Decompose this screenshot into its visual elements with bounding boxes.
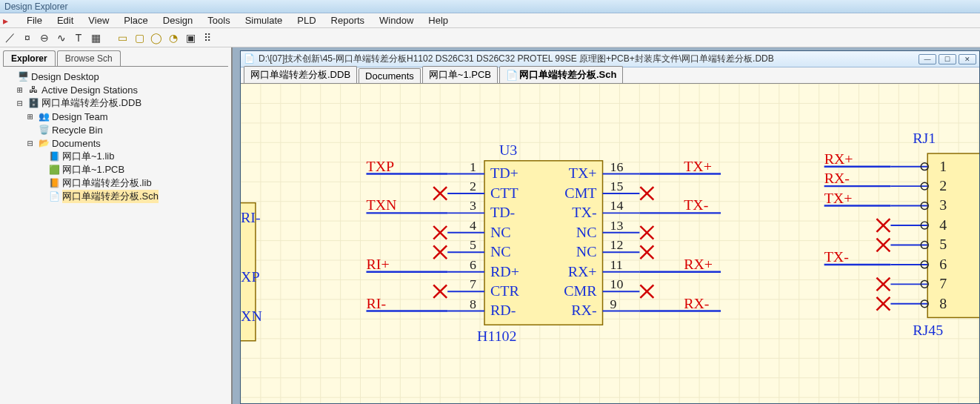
explorer-panel: Explorer Browse Sch 🖥️Design Desktop ⊞🖧A… — [0, 47, 233, 404]
svg-text:RI-: RI- — [366, 295, 386, 311]
svg-text:CMT: CMT — [564, 185, 596, 201]
app-icon: ▸ — [3, 15, 15, 27]
menu-window[interactable]: Window — [372, 13, 421, 27]
svg-text:NC: NC — [576, 224, 597, 240]
svg-text:RX-: RX- — [571, 302, 596, 319]
tree-recycle[interactable]: 🗑️Recycle Bin — [4, 123, 227, 136]
pcb-icon: 🟩 — [48, 164, 60, 176]
station-icon: 🖧 — [27, 84, 39, 96]
doc-title-bar[interactable]: 📄 D:\[07]技术创新\45-网口单端转差分板H1102 DS26C31 D… — [241, 51, 979, 67]
svg-text:6: 6 — [470, 257, 476, 272]
tree-doc-pcb[interactable]: 🟩网口单~1.PCB — [4, 163, 227, 176]
sch-tab-icon: 📄 — [506, 70, 516, 80]
minimize-button[interactable]: — — [919, 54, 936, 64]
schematic-canvas[interactable]: RI-XPXNU3H11021TD+TXP2CTT3TD-TXN4NC5NC6R… — [241, 84, 979, 403]
menu-edit[interactable]: Edit — [50, 13, 81, 27]
svg-text:RD+: RD+ — [490, 263, 519, 279]
doc-tab-ddb[interactable]: 网口单端转差分板.DDB — [244, 66, 357, 83]
menu-view[interactable]: View — [81, 13, 116, 27]
close-button[interactable]: ✕ — [959, 54, 976, 64]
svg-text:11: 11 — [610, 257, 623, 272]
menu-help[interactable]: Help — [421, 13, 456, 27]
title-text: Design Explorer — [4, 1, 67, 12]
tree-ddb[interactable]: ⊟🗄️网口单端转差分板.DDB — [4, 96, 227, 110]
tool-round-rect[interactable]: ▢ — [132, 30, 147, 45]
svg-text:RX-: RX- — [684, 295, 709, 311]
svg-text:TX+: TX+ — [684, 158, 712, 174]
svg-text:XP: XP — [241, 269, 259, 285]
doc-tab-documents[interactable]: Documents — [359, 68, 421, 83]
svg-text:TD+: TD+ — [490, 165, 519, 182]
svg-text:12: 12 — [610, 237, 624, 252]
menu-simulate[interactable]: Simulate — [238, 13, 290, 27]
app-title-bar: Design Explorer — [0, 0, 980, 13]
tree-root[interactable]: 🖥️Design Desktop — [4, 70, 227, 83]
toolbar: ／ ¤ ⊖ ∿ T ▦ ▭ ▢ ◯ ◔ ▣ ⠿ — [0, 28, 980, 47]
tree-doc-lib2[interactable]: 📙网口单端转差分板.lib — [4, 176, 227, 190]
menu-file[interactable]: File — [19, 13, 50, 27]
svg-text:6: 6 — [939, 256, 947, 272]
maximize-button[interactable]: ☐ — [939, 54, 956, 64]
tool-rect-fill[interactable]: ▭ — [115, 30, 130, 45]
svg-text:TD-: TD- — [490, 204, 515, 220]
lib-icon: 📙 — [48, 177, 60, 189]
menu-place[interactable]: Place — [116, 13, 156, 27]
menu-reports[interactable]: Reports — [324, 13, 373, 27]
doc-title-text: D:\[07]技术创新\45-网口单端转差分板H1102 DS26C31 DS2… — [259, 53, 774, 65]
svg-text:NC: NC — [490, 243, 511, 259]
svg-text:3: 3 — [470, 199, 476, 213]
doc-tab-sch[interactable]: 📄网口单端转差分板.Sch — [499, 66, 623, 83]
tool-ellipse[interactable]: ◯ — [149, 30, 164, 45]
tab-explorer[interactable]: Explorer — [3, 50, 56, 66]
menu-tools[interactable]: Tools — [200, 13, 237, 27]
tool-array[interactable]: ⠿ — [200, 30, 215, 45]
svg-rect-142 — [927, 153, 979, 317]
doc-tab-pcb[interactable]: 网口单~1.PCB — [422, 66, 498, 83]
svg-text:RJ1: RJ1 — [913, 130, 936, 146]
svg-text:9: 9 — [610, 297, 617, 311]
tool-arc[interactable]: ∿ — [54, 30, 69, 45]
svg-text:1: 1 — [939, 158, 947, 174]
tool-net[interactable]: ¤ — [20, 30, 35, 45]
tool-frame[interactable]: ▦ — [88, 30, 103, 45]
svg-text:RI-: RI- — [241, 209, 261, 225]
svg-text:TX-: TX- — [684, 197, 708, 213]
document-window: 📄 D:\[07]技术创新\45-网口单端转差分板H1102 DS26C31 D… — [240, 50, 980, 404]
tree-doc-lib1[interactable]: 📘网口单~1.lib — [4, 150, 227, 163]
svg-text:NC: NC — [490, 224, 511, 240]
svg-text:2: 2 — [939, 177, 947, 193]
tab-browse-sch[interactable]: Browse Sch — [57, 50, 121, 66]
tool-line[interactable]: ／ — [3, 30, 18, 45]
svg-text:13: 13 — [610, 218, 624, 233]
svg-text:H1102: H1102 — [477, 328, 516, 344]
svg-text:TXP: TXP — [366, 158, 394, 174]
svg-text:7: 7 — [470, 276, 476, 291]
svg-text:8: 8 — [470, 297, 476, 311]
folder-open-icon: 📂 — [38, 137, 50, 149]
tree-team[interactable]: ⊞👥Design Team — [4, 110, 227, 123]
svg-text:TX+: TX+ — [569, 165, 597, 182]
database-icon: 🗄️ — [27, 97, 39, 109]
tree-stations[interactable]: ⊞🖧Active Design Stations — [4, 83, 227, 96]
mdi-area: 📄 D:\[07]技术创新\45-网口单端转差分板H1102 DS26C31 D… — [233, 47, 980, 404]
svg-text:4: 4 — [939, 216, 947, 233]
svg-text:TX-: TX- — [572, 204, 596, 220]
svg-text:14: 14 — [610, 199, 624, 213]
tree-documents[interactable]: ⊟📂Documents — [4, 136, 227, 150]
tool-text[interactable]: T — [71, 30, 86, 45]
tree-doc-sch[interactable]: 📄网口单端转差分板.Sch — [4, 190, 227, 203]
svg-text:TX-: TX- — [824, 248, 849, 265]
tool-pie[interactable]: ◔ — [166, 30, 181, 45]
menu-design[interactable]: Design — [156, 13, 200, 27]
tool-image[interactable]: ▣ — [183, 30, 198, 45]
toolbar-sep — [105, 30, 113, 45]
menu-pld[interactable]: PLD — [290, 13, 323, 27]
tool-bus[interactable]: ⊖ — [37, 30, 52, 45]
svg-text:5: 5 — [939, 236, 947, 252]
explorer-tree[interactable]: 🖥️Design Desktop ⊞🖧Active Design Station… — [3, 66, 228, 404]
svg-text:RD-: RD- — [490, 302, 516, 319]
svg-text:8: 8 — [939, 295, 947, 311]
menu-bar: ▸ File Edit View Place Design Tools Simu… — [0, 13, 980, 28]
doc-icon: 📄 — [244, 53, 256, 65]
svg-text:5: 5 — [470, 237, 476, 252]
